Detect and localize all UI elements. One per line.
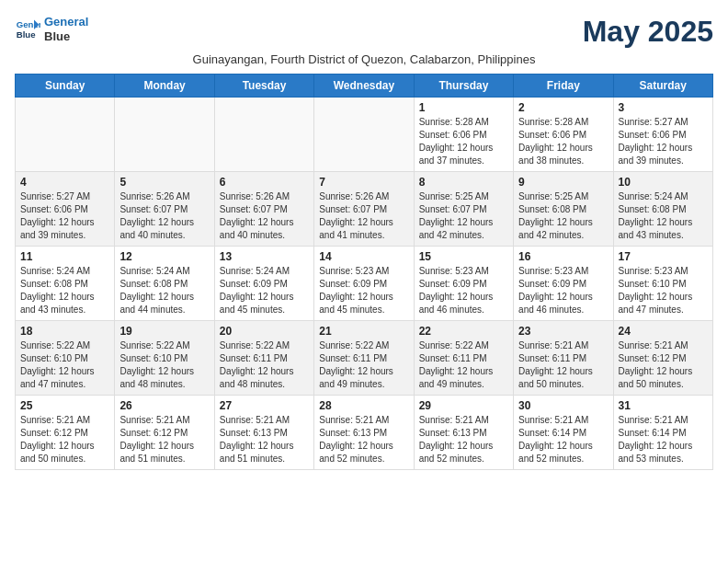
svg-text:Blue: Blue [17, 29, 36, 39]
calendar-week-2: 4Sunrise: 5:27 AM Sunset: 6:06 PM Daylig… [16, 172, 713, 247]
day-info: Sunrise: 5:22 AM Sunset: 6:11 PM Dayligh… [220, 339, 309, 391]
calendar-day-cell: 14Sunrise: 5:23 AM Sunset: 6:09 PM Dayli… [314, 247, 414, 321]
weekday-header-row: SundayMondayTuesdayWednesdayThursdayFrid… [16, 75, 713, 98]
day-info: Sunrise: 5:23 AM Sunset: 6:09 PM Dayligh… [419, 265, 508, 316]
day-number: 15 [419, 250, 508, 263]
calendar-day-cell: 17Sunrise: 5:23 AM Sunset: 6:10 PM Dayli… [613, 247, 712, 321]
day-info: Sunrise: 5:21 AM Sunset: 6:11 PM Dayligh… [518, 339, 608, 391]
day-number: 19 [119, 325, 209, 338]
day-info: Sunrise: 5:21 AM Sunset: 6:12 PM Dayligh… [619, 339, 708, 391]
day-number: 7 [319, 176, 408, 189]
calendar-week-4: 18Sunrise: 5:22 AM Sunset: 6:10 PM Dayli… [16, 321, 713, 396]
calendar-day-cell: 2Sunrise: 5:28 AM Sunset: 6:06 PM Daylig… [514, 98, 613, 172]
day-number: 30 [518, 399, 608, 412]
day-info: Sunrise: 5:22 AM Sunset: 6:10 PM Dayligh… [119, 339, 209, 391]
day-info: Sunrise: 5:27 AM Sunset: 6:06 PM Dayligh… [20, 190, 109, 242]
day-number: 16 [518, 250, 608, 263]
page-header: General Blue General Blue May 2025 [15, 15, 713, 49]
weekday-header-thursday: Thursday [414, 75, 513, 98]
weekday-header-monday: Monday [115, 75, 214, 98]
day-number: 31 [619, 399, 708, 412]
day-info: Sunrise: 5:22 AM Sunset: 6:11 PM Dayligh… [419, 339, 508, 391]
day-number: 14 [319, 250, 408, 263]
weekday-header-friday: Friday [514, 75, 613, 98]
day-info: Sunrise: 5:21 AM Sunset: 6:13 PM Dayligh… [319, 414, 408, 465]
calendar-day-cell: 20Sunrise: 5:22 AM Sunset: 6:11 PM Dayli… [214, 321, 313, 396]
day-info: Sunrise: 5:25 AM Sunset: 6:08 PM Dayligh… [518, 190, 608, 242]
day-number: 24 [619, 325, 708, 338]
calendar-day-cell: 21Sunrise: 5:22 AM Sunset: 6:11 PM Dayli… [314, 321, 414, 396]
day-info: Sunrise: 5:24 AM Sunset: 6:08 PM Dayligh… [119, 265, 209, 316]
calendar-day-cell: 30Sunrise: 5:21 AM Sunset: 6:14 PM Dayli… [514, 396, 613, 470]
logo-line2: Blue [44, 29, 88, 44]
calendar-day-cell [314, 98, 414, 172]
calendar-day-cell: 16Sunrise: 5:23 AM Sunset: 6:09 PM Dayli… [514, 247, 613, 321]
day-info: Sunrise: 5:23 AM Sunset: 6:10 PM Dayligh… [619, 265, 708, 316]
calendar-day-cell: 25Sunrise: 5:21 AM Sunset: 6:12 PM Dayli… [16, 396, 115, 470]
calendar-day-cell: 9Sunrise: 5:25 AM Sunset: 6:08 PM Daylig… [514, 172, 613, 247]
calendar-day-cell [16, 98, 115, 172]
day-info: Sunrise: 5:24 AM Sunset: 6:08 PM Dayligh… [20, 265, 109, 316]
day-number: 6 [220, 176, 309, 189]
day-number: 25 [20, 399, 109, 412]
subtitle: Guinayangan, Fourth District of Quezon, … [15, 52, 713, 66]
day-info: Sunrise: 5:24 AM Sunset: 6:08 PM Dayligh… [619, 190, 708, 242]
calendar-day-cell: 4Sunrise: 5:27 AM Sunset: 6:06 PM Daylig… [16, 172, 115, 247]
calendar-week-5: 25Sunrise: 5:21 AM Sunset: 6:12 PM Dayli… [16, 396, 713, 470]
day-number: 9 [518, 176, 608, 189]
calendar-day-cell: 31Sunrise: 5:21 AM Sunset: 6:14 PM Dayli… [613, 396, 712, 470]
calendar-day-cell: 29Sunrise: 5:21 AM Sunset: 6:13 PM Dayli… [414, 396, 513, 470]
calendar-day-cell: 23Sunrise: 5:21 AM Sunset: 6:11 PM Dayli… [514, 321, 613, 396]
day-info: Sunrise: 5:23 AM Sunset: 6:09 PM Dayligh… [319, 265, 408, 316]
weekday-header-tuesday: Tuesday [214, 75, 313, 98]
day-number: 3 [619, 101, 708, 114]
calendar-day-cell: 1Sunrise: 5:28 AM Sunset: 6:06 PM Daylig… [414, 98, 513, 172]
calendar-day-cell: 19Sunrise: 5:22 AM Sunset: 6:10 PM Dayli… [115, 321, 214, 396]
calendar-day-cell: 18Sunrise: 5:22 AM Sunset: 6:10 PM Dayli… [16, 321, 115, 396]
day-number: 21 [319, 325, 408, 338]
day-number: 29 [419, 399, 508, 412]
day-info: Sunrise: 5:28 AM Sunset: 6:06 PM Dayligh… [518, 116, 608, 167]
day-number: 22 [419, 325, 508, 338]
calendar-day-cell: 12Sunrise: 5:24 AM Sunset: 6:08 PM Dayli… [115, 247, 214, 321]
calendar-week-3: 11Sunrise: 5:24 AM Sunset: 6:08 PM Dayli… [16, 247, 713, 321]
day-info: Sunrise: 5:26 AM Sunset: 6:07 PM Dayligh… [119, 190, 209, 242]
day-number: 26 [119, 399, 209, 412]
day-number: 20 [220, 325, 309, 338]
day-number: 10 [619, 176, 708, 189]
day-info: Sunrise: 5:21 AM Sunset: 6:12 PM Dayligh… [119, 414, 209, 465]
day-info: Sunrise: 5:26 AM Sunset: 6:07 PM Dayligh… [319, 190, 408, 242]
day-info: Sunrise: 5:22 AM Sunset: 6:11 PM Dayligh… [319, 339, 408, 391]
day-info: Sunrise: 5:21 AM Sunset: 6:13 PM Dayligh… [419, 414, 508, 465]
day-info: Sunrise: 5:21 AM Sunset: 6:12 PM Dayligh… [20, 414, 109, 465]
day-number: 11 [20, 250, 109, 263]
day-number: 8 [419, 176, 508, 189]
day-number: 28 [319, 399, 408, 412]
calendar-day-cell [115, 98, 214, 172]
calendar-table: SundayMondayTuesdayWednesdayThursdayFrid… [15, 74, 713, 470]
weekday-header-wednesday: Wednesday [314, 75, 414, 98]
calendar-day-cell [214, 98, 313, 172]
day-number: 27 [220, 399, 309, 412]
calendar-day-cell: 13Sunrise: 5:24 AM Sunset: 6:09 PM Dayli… [214, 247, 313, 321]
logo: General Blue General Blue [15, 15, 88, 43]
day-number: 5 [119, 176, 209, 189]
day-info: Sunrise: 5:21 AM Sunset: 6:14 PM Dayligh… [619, 414, 708, 465]
day-info: Sunrise: 5:25 AM Sunset: 6:07 PM Dayligh… [419, 190, 508, 242]
logo-line1: General [44, 15, 88, 29]
day-info: Sunrise: 5:24 AM Sunset: 6:09 PM Dayligh… [220, 265, 309, 316]
day-info: Sunrise: 5:23 AM Sunset: 6:09 PM Dayligh… [518, 265, 608, 316]
weekday-header-saturday: Saturday [613, 75, 712, 98]
month-title: May 2025 [88, 15, 713, 49]
calendar-day-cell: 5Sunrise: 5:26 AM Sunset: 6:07 PM Daylig… [115, 172, 214, 247]
logo-text: General Blue [44, 15, 88, 43]
day-info: Sunrise: 5:21 AM Sunset: 6:14 PM Dayligh… [518, 414, 608, 465]
day-number: 1 [419, 101, 508, 114]
day-number: 12 [119, 250, 209, 263]
day-number: 18 [20, 325, 109, 338]
day-number: 2 [518, 101, 608, 114]
calendar-day-cell: 15Sunrise: 5:23 AM Sunset: 6:09 PM Dayli… [414, 247, 513, 321]
day-number: 23 [518, 325, 608, 338]
day-info: Sunrise: 5:22 AM Sunset: 6:10 PM Dayligh… [20, 339, 109, 391]
day-info: Sunrise: 5:26 AM Sunset: 6:07 PM Dayligh… [220, 190, 309, 242]
